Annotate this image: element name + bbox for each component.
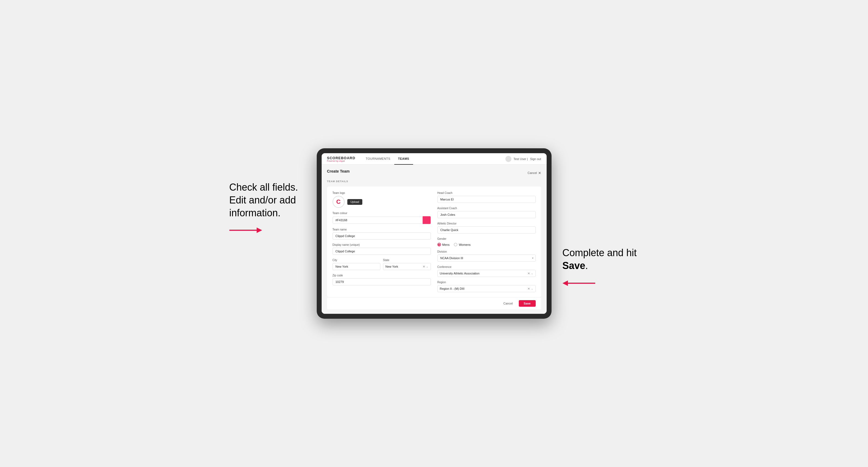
logo-circle: C	[333, 196, 345, 208]
athletic-director-input[interactable]	[437, 226, 536, 234]
brand-title: SCOREBOARD	[327, 156, 355, 160]
city-state-row: City State New York	[333, 259, 431, 270]
zip-group: Zip code	[333, 274, 431, 285]
nav-tournaments[interactable]: TOURNAMENTS	[362, 153, 394, 165]
team-colour-label: Team colour	[333, 212, 431, 215]
head-coach-label: Head Coach	[437, 191, 536, 194]
footer-cancel-button[interactable]: Cancel	[500, 300, 516, 307]
region-select-wrapper: Region II - (M) DIII ✕ ⌄	[437, 285, 536, 292]
navbar-right: Test User | Sign out	[505, 156, 541, 162]
tablet-screen: SCOREBOARD Powered by clippd TOURNAMENTS…	[322, 153, 547, 314]
cancel-link[interactable]: Cancel ✕	[528, 171, 541, 175]
create-team-header: Create Team Cancel ✕	[327, 169, 541, 177]
nav-links: TOURNAMENTS TEAMS	[362, 153, 413, 165]
nav-teams[interactable]: TEAMS	[394, 153, 413, 165]
color-swatch[interactable]	[423, 216, 431, 224]
sign-out-link[interactable]: Sign out	[530, 157, 541, 161]
state-label: State	[383, 259, 431, 261]
footer-save-button[interactable]: Save	[519, 300, 536, 307]
team-colour-group: Team colour	[333, 212, 431, 224]
city-input[interactable]	[333, 263, 380, 270]
left-annotation: Check all fields. Edit and/or add inform…	[229, 148, 306, 236]
display-name-input[interactable]	[333, 248, 431, 255]
division-select[interactable]: NCAA Division III NCAA Division II NCAA …	[437, 254, 536, 261]
conference-select-wrapper: University Athletic Association ✕ ⌄	[437, 270, 536, 277]
state-select[interactable]: New York	[385, 263, 423, 270]
state-arrows-icon: ⌄	[426, 265, 428, 268]
form-card: Team logo C Upload Team colour	[327, 187, 541, 297]
team-name-group: Team name	[333, 228, 431, 240]
user-name: Test User |	[514, 157, 528, 161]
region-select[interactable]: Region II - (M) DIII	[440, 285, 528, 292]
division-group: Division NCAA Division III NCAA Division…	[437, 250, 536, 261]
region-group: Region Region II - (M) DIII ✕ ⌄	[437, 281, 536, 292]
left-col: Team logo C Upload Team colour	[333, 191, 431, 292]
zip-label: Zip code	[333, 274, 431, 277]
womens-radio-label[interactable]: Womens	[454, 243, 470, 246]
division-label: Division	[437, 250, 536, 253]
radio-group: Mens Womens	[437, 243, 536, 246]
mens-radio-dot	[437, 243, 441, 246]
state-clear-icon[interactable]: ✕	[423, 265, 425, 269]
form-footer: Cancel Save	[327, 297, 541, 309]
gender-group: Gender Mens Womens	[437, 237, 536, 246]
region-clear-icon[interactable]: ✕	[528, 287, 530, 290]
conference-label: Conference	[437, 266, 536, 269]
womens-radio-dot	[454, 243, 457, 246]
display-name-label: Display name (unique)	[333, 243, 431, 246]
state-group: State New York ✕ ⌄	[383, 259, 431, 270]
division-select-wrapper: NCAA Division III NCAA Division II NCAA …	[437, 254, 536, 261]
conference-arrows-icon: ⌄	[531, 272, 533, 275]
gender-label: Gender	[437, 237, 536, 240]
head-coach-input[interactable]	[437, 196, 536, 203]
region-arrows-icon: ⌄	[531, 287, 533, 290]
city-group: City	[333, 259, 380, 270]
zip-input[interactable]	[333, 278, 431, 285]
section-label: TEAM DETAILS	[327, 180, 541, 183]
logo-area: C Upload	[333, 196, 431, 208]
athletic-director-group: Athletic Director	[437, 222, 536, 234]
city-label: City	[333, 259, 380, 261]
display-name-group: Display name (unique)	[333, 243, 431, 255]
conference-select[interactable]: University Athletic Association	[440, 270, 528, 277]
region-label: Region	[437, 281, 536, 284]
brand-sub: Powered by clippd	[327, 160, 355, 162]
right-col: Head Coach Assistant Coach Athletic Dire…	[437, 191, 536, 292]
upload-button[interactable]: Upload	[347, 199, 363, 205]
svg-marker-1	[257, 227, 262, 233]
team-name-input[interactable]	[333, 232, 431, 240]
state-select-wrapper: New York ✕ ⌄	[383, 263, 431, 270]
conference-group: Conference University Athletic Associati…	[437, 266, 536, 277]
brand: SCOREBOARD Powered by clippd	[327, 156, 355, 162]
left-arrow-icon	[229, 225, 262, 236]
navbar: SCOREBOARD Powered by clippd TOURNAMENTS…	[322, 153, 547, 165]
team-logo-label: Team logo	[333, 191, 431, 194]
conference-clear-icon[interactable]: ✕	[528, 272, 530, 275]
svg-marker-3	[562, 280, 568, 286]
color-row	[333, 216, 431, 224]
form-grid: Team logo C Upload Team colour	[333, 191, 536, 292]
close-icon: ✕	[538, 171, 541, 175]
city-state-group: City State New York	[333, 259, 431, 270]
assistant-coach-input[interactable]	[437, 211, 536, 218]
athletic-director-label: Athletic Director	[437, 222, 536, 225]
page-title: Create Team	[327, 169, 350, 174]
team-colour-input[interactable]	[333, 217, 423, 224]
assistant-coach-group: Assistant Coach	[437, 207, 536, 218]
assistant-coach-label: Assistant Coach	[437, 207, 536, 210]
team-logo-group: Team logo C Upload	[333, 191, 431, 208]
main-content: Create Team Cancel ✕ TEAM DETAILS Team l…	[322, 165, 547, 314]
right-arrow-icon	[562, 278, 595, 289]
right-annotation: Complete and hit Complete and hit Save. …	[562, 148, 639, 289]
tablet-frame: SCOREBOARD Powered by clippd TOURNAMENTS…	[317, 148, 552, 319]
mens-radio-label[interactable]: Mens	[437, 243, 450, 246]
head-coach-group: Head Coach	[437, 191, 536, 203]
user-avatar	[505, 156, 512, 162]
team-name-label: Team name	[333, 228, 431, 231]
